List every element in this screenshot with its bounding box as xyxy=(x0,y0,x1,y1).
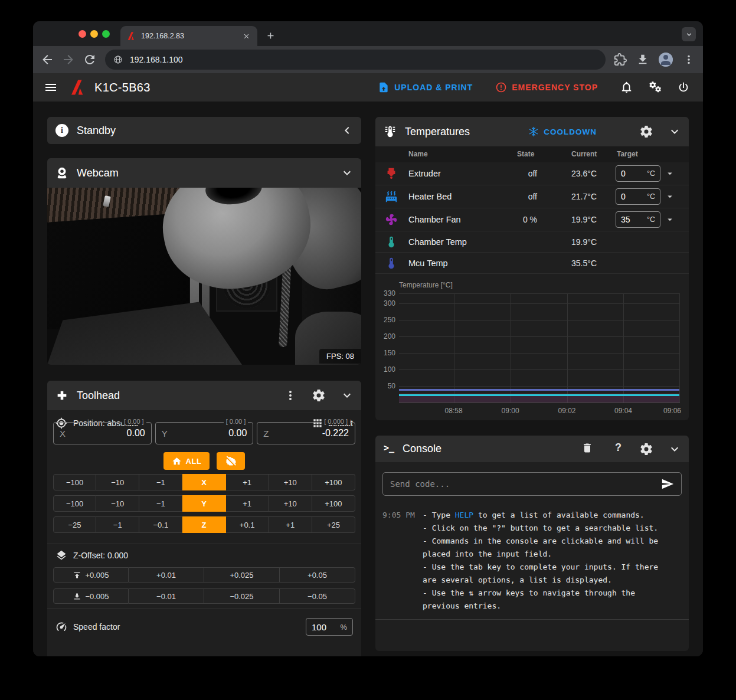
cooldown-button[interactable]: COOLDOWN xyxy=(528,117,597,146)
jog-button[interactable]: +1 xyxy=(226,474,269,490)
power-icon[interactable] xyxy=(677,81,690,94)
console-clear-icon[interactable] xyxy=(581,442,593,454)
console-help-icon[interactable]: ? xyxy=(615,441,621,456)
motors-off-button[interactable] xyxy=(217,452,245,470)
jog-button[interactable]: −100 xyxy=(53,474,96,490)
chart-ytick: 330 xyxy=(384,289,395,297)
x-position-field[interactable]: [ 0.00 ] X 0.00 xyxy=(53,422,152,444)
z-offset-down-button[interactable]: −0.005 xyxy=(53,588,129,604)
profile-avatar[interactable] xyxy=(659,53,673,67)
temp-row-chamber-temp: Chamber Temp 19.9°C xyxy=(375,231,689,253)
y-position-field[interactable]: [ 0.00 ] Y 0.00 xyxy=(155,422,254,444)
temperature-chart[interactable]: Temperature [°C] 5010015020025030033008:… xyxy=(375,277,689,420)
temp-chart-plot: 5010015020025030033008:5809:0009:0209:04… xyxy=(399,293,680,403)
z-position-field[interactable]: [ 0.000 ] Z -0.222 xyxy=(257,422,355,444)
browser-menu-icon[interactable] xyxy=(682,53,695,66)
extensions-icon[interactable] xyxy=(614,53,627,66)
jog-button[interactable]: +25 xyxy=(312,516,355,533)
webcam-collapse-icon[interactable] xyxy=(340,166,354,180)
console-help-link[interactable]: HELP xyxy=(455,511,473,519)
jog-button[interactable]: +100 xyxy=(312,474,355,490)
jog-button[interactable]: +1 xyxy=(269,516,312,533)
url-text: 192.168.1.100 xyxy=(130,55,183,64)
window-zoom-button[interactable] xyxy=(102,30,110,38)
chart-xtick: 09:02 xyxy=(558,407,576,415)
browser-actions xyxy=(614,53,695,67)
heater-bed-preset-caret-icon[interactable] xyxy=(665,191,675,202)
toolhead-collapse-icon[interactable] xyxy=(340,388,354,403)
toolhead-settings-icon[interactable] xyxy=(312,388,326,403)
jog-button[interactable]: −10 xyxy=(96,495,139,512)
console-collapse-icon[interactable] xyxy=(668,442,682,456)
jog-button[interactable]: −10 xyxy=(96,474,139,490)
jog-button[interactable]: −1 xyxy=(139,474,182,490)
upload-print-button[interactable]: UPLOAD & PRINT xyxy=(371,77,480,98)
z-offset-down-button[interactable]: −0.01 xyxy=(129,588,204,604)
jog-button[interactable]: −100 xyxy=(53,495,96,512)
temp-row-mcu-temp: Mcu Temp 35.5°C xyxy=(375,253,689,274)
extruder-target-input[interactable]: 0 °C xyxy=(616,165,660,182)
chart-gridline xyxy=(399,293,679,294)
tab-close-icon[interactable] xyxy=(241,31,251,41)
jog-button[interactable]: +1 xyxy=(226,495,269,512)
downloads-icon[interactable] xyxy=(636,53,649,66)
chamber-fan-preset-caret-icon[interactable] xyxy=(665,214,675,225)
forward-icon[interactable] xyxy=(61,53,76,67)
notifications-bell-icon[interactable] xyxy=(620,81,633,94)
jog-button[interactable]: −1 xyxy=(139,495,182,512)
jog-button[interactable]: +100 xyxy=(312,495,355,512)
thermometer-icon xyxy=(385,235,398,248)
jog-button[interactable]: +10 xyxy=(269,495,312,512)
window-minimize-button[interactable] xyxy=(90,30,98,38)
jog-button[interactable]: +10 xyxy=(269,474,312,490)
speed-factor-input[interactable]: 100 % xyxy=(306,618,353,636)
temperatures-panel: Temperatures COOLDOWN Name State Current… xyxy=(375,117,689,420)
tab-search-button[interactable] xyxy=(682,27,696,41)
z-offset-up-button[interactable]: +0.05 xyxy=(280,567,355,583)
z-offset-down-button[interactable]: −0.05 xyxy=(280,588,355,604)
chamber-fan-target-input[interactable]: 35 °C xyxy=(616,211,660,228)
browser-tab[interactable]: 192.168.2.83 xyxy=(120,26,257,46)
url-bar[interactable]: 192.168.1.100 xyxy=(105,50,606,70)
home-y-button[interactable]: Y xyxy=(182,495,225,512)
temp-row-chamber-fan[interactable]: Chamber Fan 0 % 19.9°C 35 °C xyxy=(375,208,689,231)
send-icon[interactable] xyxy=(661,477,674,490)
app-logo[interactable] xyxy=(68,78,86,96)
temp-row-extruder[interactable]: Extruder off 23.6°C 0 °C xyxy=(375,162,689,185)
menu-icon[interactable] xyxy=(44,80,58,94)
jog-button[interactable]: −25 xyxy=(53,516,96,533)
temps-settings-icon[interactable] xyxy=(639,125,653,139)
back-icon[interactable] xyxy=(40,53,54,67)
console-message: - Type HELP to get a list of available c… xyxy=(423,509,665,613)
console-input[interactable] xyxy=(390,479,661,489)
heater-bed-target-input[interactable]: 0 °C xyxy=(616,188,660,205)
z-offset-up-button[interactable]: +0.005 xyxy=(53,567,129,583)
emergency-stop-button[interactable]: EMERGENCY STOP xyxy=(488,77,605,98)
chart-ytick: 100 xyxy=(384,365,395,374)
interface-settings-icon[interactable] xyxy=(649,81,662,94)
temps-collapse-icon[interactable] xyxy=(668,125,682,139)
home-x-button[interactable]: X xyxy=(182,474,225,490)
temp-row-heater-bed[interactable]: Heater Bed off 21.7°C 0 °C xyxy=(375,185,689,208)
toolhead-panel: Toolhead Position: absolute default [ 0.… xyxy=(47,381,361,656)
home-all-button[interactable]: ALL xyxy=(163,452,210,470)
browser-window: 192.168.2.83 192.168.1.100 K1C-5B63 UPL xyxy=(33,21,703,656)
chart-xtick: 09:04 xyxy=(614,407,632,415)
chart-ytick: 300 xyxy=(384,299,395,308)
z-offset-down-button[interactable]: −0.025 xyxy=(204,588,280,604)
home-z-button[interactable]: Z xyxy=(182,516,225,533)
window-close-button[interactable] xyxy=(78,30,86,38)
new-tab-button[interactable] xyxy=(262,27,279,44)
jog-button[interactable]: −1 xyxy=(96,516,139,533)
extruder-preset-caret-icon[interactable] xyxy=(665,168,675,179)
z-offset-up-button[interactable]: +0.01 xyxy=(129,567,204,583)
console-settings-icon[interactable] xyxy=(639,442,653,456)
status-collapse-icon[interactable] xyxy=(340,123,354,138)
jog-button[interactable]: −0.1 xyxy=(139,516,182,533)
toolhead-menu-icon[interactable] xyxy=(283,388,297,403)
site-info-icon[interactable] xyxy=(113,55,123,64)
z-offset-up-button[interactable]: +0.025 xyxy=(204,567,280,583)
jog-button[interactable]: +0.1 xyxy=(226,516,269,533)
printer-name: K1C-5B63 xyxy=(94,81,151,94)
reload-icon[interactable] xyxy=(83,53,97,67)
